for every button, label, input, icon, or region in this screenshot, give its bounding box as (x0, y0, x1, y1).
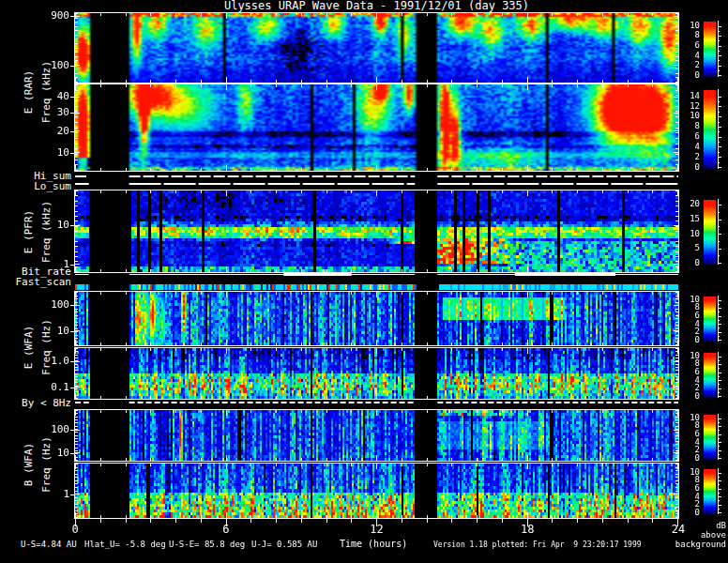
xtick-6: 6 (205, 524, 247, 535)
axis-label-freq-khz-pfr: Freq (kHz) (40, 201, 53, 263)
ytick-rar_high-900: 900 (32, 10, 69, 21)
spectrogram-ewfa_high (75, 292, 678, 345)
colorbar-caption-line1: dB (675, 521, 726, 530)
ytick-bwfa_high-100: 100 (32, 424, 69, 434)
cbar-tick-ewfa_high-0: 0 (670, 336, 700, 344)
colorbar-caption-line3: background (675, 540, 726, 549)
ytick-rar_low-20: 20 (32, 126, 69, 136)
cbar-tick-rar_low-4: 4 (670, 143, 700, 151)
ytickmark-ewfa_low (70, 361, 75, 362)
spectrogram-rar_high (75, 13, 678, 83)
ytickmark-rar_low (70, 97, 75, 98)
footer-uj-distance: U-J= 0.585 AU (251, 540, 317, 549)
ytickmark-rar_high (70, 66, 75, 67)
ytick-rar_high-100: 100 (32, 60, 69, 70)
cbar-tick-rar_high-2: 2 (670, 61, 700, 69)
ytickmark-bwfa_high (70, 453, 75, 454)
ytick-rar_low-30: 30 (32, 107, 69, 117)
xtick-18: 18 (507, 524, 548, 535)
ytickmark-pfr (70, 225, 75, 226)
colorbar-bwfa_low (704, 468, 723, 514)
cbar-tick-rar_low-14: 14 (670, 92, 700, 100)
colorbar-rar_low (704, 89, 723, 169)
strip-fast_scan (75, 283, 678, 291)
strip-lo_sum (75, 182, 678, 186)
footer-use-angle: U-S-E= 85.8 deg (169, 540, 245, 549)
ytick-pfr-10: 10 (32, 220, 69, 230)
strip-hi_sum (75, 175, 678, 178)
colorbar-bwfa_high (704, 414, 723, 460)
colorbar-rar_high (704, 21, 723, 77)
cbar-tick-rar_low-8: 8 (670, 122, 700, 130)
spectrogram-bwfa_high (75, 410, 678, 461)
cbar-tick-rar_low-12: 12 (670, 102, 700, 111)
ytickmark-rar_high (70, 16, 75, 17)
page-title: Ulysses URAP Wave Data - 1991/12/01 (day… (75, 0, 678, 12)
spectrogram-bwfa_low (75, 464, 678, 518)
ytick-ewfa_low-1.0: 1.0 (32, 356, 69, 366)
urap-plot-page: Ulysses URAP Wave Data - 1991/12/01 (day… (0, 0, 728, 563)
cbar-tick-pfr-5: 5 (670, 244, 700, 252)
spectrogram-pfr (75, 190, 678, 272)
cbar-tick-pfr-10: 10 (670, 230, 700, 238)
ytick-ewfa_low-0.1: 0.1 (32, 382, 69, 392)
cbar-tick-bwfa_high-0: 0 (670, 454, 700, 463)
ytick-bwfa_low-1: 1 (32, 489, 69, 499)
spectrogram-rar_low (75, 84, 678, 171)
ytickmark-ewfa_high (70, 331, 75, 332)
ytick-rar_low-40: 40 (32, 91, 69, 101)
xtick-12: 12 (356, 524, 398, 535)
label-by-8hz: By < 8Hz (0, 398, 71, 408)
ytick-bwfa_high-10: 10 (32, 448, 69, 458)
time-axis-label: Time (hours) (340, 539, 407, 549)
cbar-tick-pfr-0: 0 (670, 259, 700, 267)
ytickmark-ewfa_low (70, 388, 75, 388)
label-lo-sum: Lo_sum (0, 181, 71, 191)
ytickmark-rar_low (70, 153, 75, 154)
ytickmark-bwfa_low (70, 495, 75, 495)
ytickmark-bwfa_high (70, 430, 75, 431)
ytickmark-rar_low (70, 131, 75, 132)
colorbar-pfr (704, 199, 723, 265)
ytick-rar_low-10: 10 (32, 147, 69, 158)
footer-us-distance: U-S=4.84 AU (21, 540, 77, 549)
cbar-tick-rar_high-8: 8 (670, 31, 700, 39)
spectrogram-ewfa_low (75, 348, 678, 399)
version-stamp: Version 1.18 plotted: Fri Apr 9 23:20:17… (433, 540, 642, 549)
ytickmark-pfr (70, 265, 75, 266)
ytick-ewfa_high-10: 10 (32, 326, 69, 336)
axis-label-freq-hz-bwfa: Freq (Hz) (40, 436, 53, 493)
cbar-tick-rar_high-6: 6 (670, 41, 700, 50)
cbar-tick-rar_high-0: 0 (670, 71, 700, 80)
cbar-tick-pfr-20: 20 (670, 200, 700, 208)
colorbar-caption-line2: above (675, 530, 726, 540)
colorbar-caption: dB above background (675, 521, 726, 549)
ytickmark-rar_low (70, 113, 75, 114)
cbar-tick-rar_high-4: 4 (670, 52, 700, 60)
cbar-tick-rar_low-0: 0 (670, 163, 700, 172)
strip-by8 (75, 401, 678, 404)
ytick-pfr-1: 1 (32, 259, 69, 269)
footer-hlat: Hlat_U= -5.8 deg (84, 540, 166, 549)
cbar-tick-rar_low-2: 2 (670, 153, 700, 161)
cbar-tick-bwfa_low-0: 0 (670, 509, 700, 517)
xtick-0: 0 (54, 524, 96, 535)
axis-label-e-pfr: E (PFR) (23, 210, 35, 253)
cbar-tick-rar_high-10: 10 (670, 22, 700, 30)
cbar-tick-rar_low-10: 10 (670, 112, 700, 120)
label-fast-scan: Fast_scan (0, 277, 71, 287)
cbar-tick-ewfa_low-0: 0 (670, 392, 700, 401)
colorbar-ewfa_low (704, 352, 723, 398)
ytick-ewfa_high-100: 100 (32, 299, 69, 310)
cbar-tick-pfr-15: 15 (670, 215, 700, 223)
strip-bit_rate (75, 273, 678, 277)
cbar-tick-rar_low-6: 6 (670, 132, 700, 141)
ytickmark-ewfa_high (70, 305, 75, 306)
colorbar-ewfa_high (704, 296, 723, 342)
